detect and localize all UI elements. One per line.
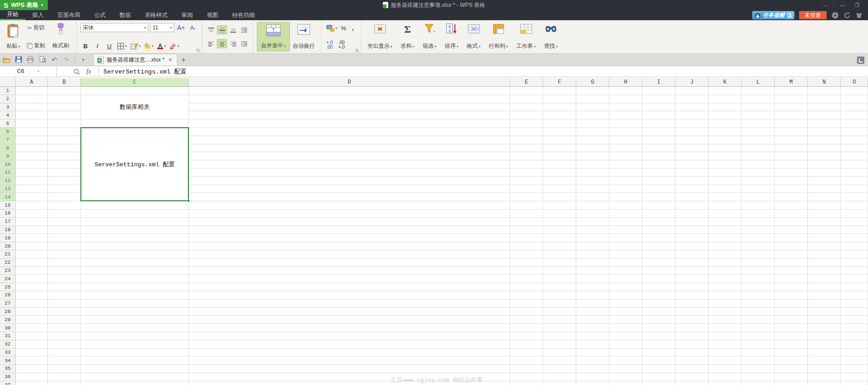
align-center-icon[interactable] bbox=[217, 39, 227, 48]
cell-A23[interactable] bbox=[16, 267, 48, 275]
cell-L13[interactable] bbox=[742, 185, 775, 193]
cell-A32[interactable] bbox=[16, 340, 48, 349]
cell-E30[interactable] bbox=[510, 324, 543, 332]
cell-H29[interactable] bbox=[609, 316, 642, 324]
cell-L6[interactable] bbox=[742, 128, 775, 136]
cell-A35[interactable] bbox=[16, 365, 48, 373]
cell-J14[interactable] bbox=[675, 193, 709, 201]
cell-K10[interactable] bbox=[709, 160, 742, 169]
cell-A31[interactable] bbox=[16, 332, 48, 340]
cell-G30[interactable] bbox=[576, 324, 609, 332]
row-header-8[interactable]: 8 bbox=[0, 144, 16, 153]
cell-H11[interactable] bbox=[609, 169, 642, 177]
font-dialog-launcher-icon[interactable] bbox=[197, 48, 200, 52]
new-tab-button[interactable]: ＋ bbox=[177, 54, 189, 66]
cell-E13[interactable] bbox=[510, 185, 543, 193]
cell-D23[interactable] bbox=[189, 267, 510, 275]
cell-M1[interactable] bbox=[775, 87, 808, 95]
cell-O8[interactable] bbox=[841, 144, 868, 153]
cell-O30[interactable] bbox=[841, 324, 868, 332]
cell-H15[interactable] bbox=[609, 201, 642, 209]
cell-L5[interactable] bbox=[742, 119, 775, 128]
cell-F9[interactable] bbox=[543, 152, 576, 160]
cell-A11[interactable] bbox=[16, 169, 48, 177]
cell-F35[interactable] bbox=[543, 365, 576, 373]
cell-L11[interactable] bbox=[742, 169, 775, 177]
cell-A36[interactable] bbox=[16, 373, 48, 381]
cell-F12[interactable] bbox=[543, 177, 576, 185]
cell-H2[interactable] bbox=[609, 95, 642, 103]
cell-G15[interactable] bbox=[576, 201, 609, 209]
cell-M23[interactable] bbox=[775, 267, 808, 275]
cell-N34[interactable] bbox=[808, 357, 841, 365]
cell-L12[interactable] bbox=[742, 177, 775, 185]
cell-K12[interactable] bbox=[709, 177, 742, 185]
menu-tab-4[interactable]: 数据 bbox=[113, 10, 138, 20]
cell-A20[interactable] bbox=[16, 242, 48, 250]
cell-F34[interactable] bbox=[543, 357, 576, 365]
cell-J10[interactable] bbox=[675, 160, 709, 169]
shirt-icon[interactable] bbox=[855, 11, 862, 19]
cell-O13[interactable] bbox=[841, 185, 868, 193]
row-header-20[interactable]: 20 bbox=[0, 242, 16, 250]
cell-K23[interactable] bbox=[709, 267, 742, 275]
cell-B36[interactable] bbox=[48, 373, 81, 381]
cell-I11[interactable] bbox=[642, 169, 675, 177]
cell-K11[interactable] bbox=[709, 169, 742, 177]
cell-A12[interactable] bbox=[16, 177, 48, 185]
cell-F37[interactable] bbox=[543, 381, 576, 385]
cell-C30[interactable] bbox=[81, 324, 189, 332]
cell-I1[interactable] bbox=[642, 87, 675, 95]
cell-L17[interactable] bbox=[742, 218, 775, 226]
column-header-F[interactable]: F bbox=[543, 78, 576, 87]
row-header-30[interactable]: 30 bbox=[0, 324, 16, 332]
cell-N22[interactable] bbox=[808, 259, 841, 267]
cell-M10[interactable] bbox=[775, 160, 808, 169]
cell-F22[interactable] bbox=[543, 259, 576, 267]
cell-A37[interactable] bbox=[16, 381, 48, 385]
cell-J8[interactable] bbox=[675, 144, 709, 153]
minimize-button[interactable]: — bbox=[836, 0, 849, 10]
cell-N35[interactable] bbox=[808, 365, 841, 373]
cell-D15[interactable] bbox=[189, 201, 510, 209]
cell-B21[interactable] bbox=[48, 250, 81, 259]
cell-B13[interactable] bbox=[48, 185, 81, 193]
filter-button[interactable]: =筛选▾ bbox=[420, 22, 439, 51]
cell-N19[interactable] bbox=[808, 234, 841, 242]
cell-G29[interactable] bbox=[576, 316, 609, 324]
cell-O14[interactable] bbox=[841, 193, 868, 201]
cell-L8[interactable] bbox=[742, 144, 775, 153]
cell-E24[interactable] bbox=[510, 275, 543, 283]
cell-I24[interactable] bbox=[642, 275, 675, 283]
cell-B9[interactable] bbox=[48, 152, 81, 160]
cell-C21[interactable] bbox=[81, 250, 189, 259]
cell-F4[interactable] bbox=[543, 111, 576, 119]
cell-C32[interactable] bbox=[81, 340, 189, 349]
cell-I8[interactable] bbox=[642, 144, 675, 153]
cell-M11[interactable] bbox=[775, 169, 808, 177]
column-header-I[interactable]: I bbox=[642, 78, 675, 87]
cell-A15[interactable] bbox=[16, 201, 48, 209]
cell-L20[interactable] bbox=[742, 242, 775, 250]
column-header-H[interactable]: H bbox=[609, 78, 642, 87]
cell-E14[interactable] bbox=[510, 193, 543, 201]
cell-N27[interactable] bbox=[808, 300, 841, 308]
cell-J25[interactable] bbox=[675, 283, 709, 291]
cell-G17[interactable] bbox=[576, 218, 609, 226]
cell-N5[interactable] bbox=[808, 119, 841, 128]
cell-E12[interactable] bbox=[510, 177, 543, 185]
highlight-color-button[interactable]: ▾ bbox=[169, 41, 180, 51]
cell-F11[interactable] bbox=[543, 169, 576, 177]
cell-J19[interactable] bbox=[675, 234, 709, 242]
menu-tab-5[interactable]: 表格样式 bbox=[138, 10, 175, 20]
cell-B35[interactable] bbox=[48, 365, 81, 373]
cell-H18[interactable] bbox=[609, 226, 642, 234]
cell-A27[interactable] bbox=[16, 300, 48, 308]
cell-N12[interactable] bbox=[808, 177, 841, 185]
row-header-37[interactable]: 37 bbox=[0, 381, 16, 385]
cell-C18[interactable] bbox=[81, 226, 189, 234]
cell-F5[interactable] bbox=[543, 119, 576, 128]
cell-M36[interactable] bbox=[775, 373, 808, 381]
name-box[interactable]: C6 ▾ bbox=[0, 66, 57, 77]
row-header-6[interactable]: 6 bbox=[0, 128, 16, 136]
